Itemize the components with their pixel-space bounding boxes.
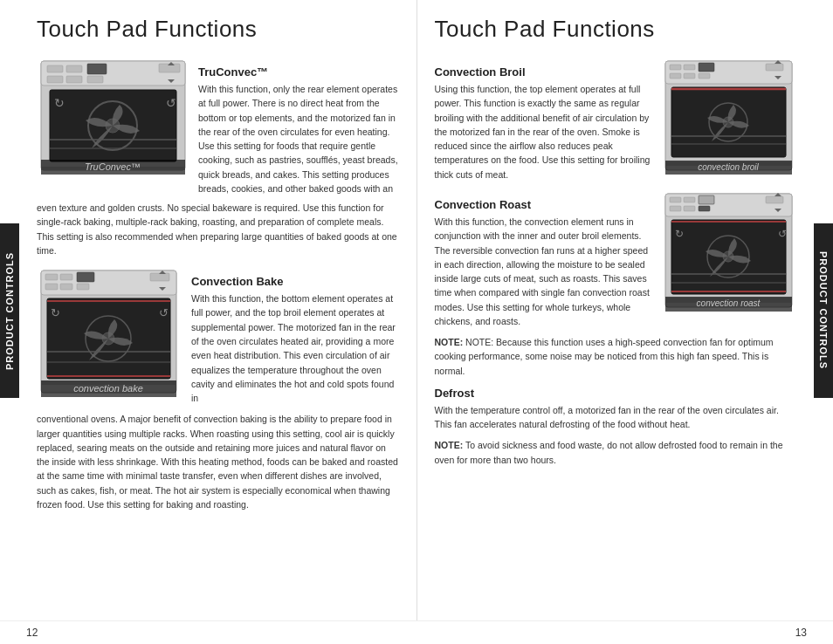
svg-rect-23: [45, 274, 58, 280]
svg-rect-52: [699, 73, 710, 79]
svg-text:↻: ↻: [51, 306, 60, 319]
left-page-header: Touch Pad Functions: [37, 16, 399, 43]
convection-broil-section: Convection Broil Using this function, th…: [435, 57, 797, 182]
convection-broil-svg: convection broil: [661, 57, 796, 179]
convection-bake-title: Convection Bake: [191, 275, 399, 288]
convection-bake-svg: ↻ ↺ convection bake: [37, 266, 181, 401]
convection-bake-body: With this function, the bottom element o…: [191, 291, 399, 405]
svg-rect-3: [66, 65, 82, 72]
defrost-title: Defrost: [435, 387, 797, 400]
svg-rect-66: [670, 197, 681, 202]
svg-text:convection bake: convection bake: [73, 383, 143, 394]
svg-text:↺: ↺: [778, 228, 787, 240]
svg-rect-28: [60, 284, 72, 290]
convection-roast-text: Convection Roast With this function, the…: [435, 189, 653, 328]
defrost-section: Defrost With the temperature control off…: [435, 387, 797, 467]
svg-rect-68: [699, 195, 714, 204]
convection-bake-oven: ↻ ↺ convection bake: [37, 266, 181, 401]
svg-rect-2: [47, 65, 63, 72]
convection-roast-note: NOTE: NOTE: Because this function uses a…: [435, 335, 797, 378]
right-page-header: Touch Pad Functions: [435, 16, 797, 43]
truconvec-body-cont: even texture and golden crusts. No speci…: [37, 201, 399, 257]
svg-rect-70: [670, 206, 681, 211]
svg-rect-7: [66, 76, 82, 83]
convection-broil-title: Convection Broil: [435, 65, 653, 79]
svg-rect-71: [684, 206, 695, 211]
svg-rect-25: [77, 272, 94, 282]
page-numbers: 12 13: [0, 620, 833, 644]
svg-rect-24: [60, 274, 72, 280]
truconvec-oven-svg: ↻ ↺ TruConvec™: [37, 57, 189, 179]
right-page-num: 13: [795, 627, 807, 639]
convection-roast-section: Convection Roast With this function, the…: [435, 189, 797, 328]
svg-rect-72: [699, 206, 710, 211]
svg-rect-51: [684, 73, 695, 79]
truconvec-body: With this function, only the rear elemen…: [198, 82, 399, 195]
svg-text:TruConvec™: TruConvec™: [85, 161, 141, 172]
svg-rect-49: [766, 64, 783, 71]
left-page-num: 12: [26, 627, 38, 639]
svg-rect-29: [77, 284, 89, 290]
svg-text:convection roast: convection roast: [697, 298, 761, 308]
defrost-note: NOTE: To avoid sickness and food waste, …: [435, 438, 797, 467]
truconvec-oven-image: ↻ ↺ TruConvec™: [37, 57, 189, 182]
svg-rect-69: [766, 196, 783, 203]
defrost-body: With the temperature control off, a moto…: [435, 403, 797, 432]
svg-rect-8: [87, 76, 103, 83]
svg-text:↻: ↻: [54, 96, 65, 110]
svg-text:↻: ↻: [675, 228, 684, 240]
svg-rect-4: [87, 64, 107, 74]
svg-rect-48: [699, 63, 714, 72]
convection-roast-oven: ↻ ↺ convection roast: [661, 189, 796, 328]
convection-roast-svg: ↻ ↺ convection roast: [661, 189, 796, 316]
convection-broil-oven: convection broil: [661, 57, 796, 182]
left-side-tab: Product Controls: [0, 223, 19, 398]
svg-rect-27: [45, 284, 58, 290]
svg-text:convection broil: convection broil: [698, 162, 759, 172]
convection-broil-text: Convection Broil Using this function, th…: [435, 57, 653, 182]
convection-bake-section: ↻ ↺ convection bake Convection Bake: [37, 266, 399, 405]
convection-bake-body-cont: conventional ovens. A major benefit of c…: [37, 412, 399, 511]
right-side-tab: Product Controls: [814, 223, 833, 398]
svg-rect-26: [150, 273, 169, 281]
svg-rect-6: [47, 76, 63, 83]
truconvec-title: TruConvec™: [198, 65, 399, 79]
svg-rect-67: [684, 197, 695, 202]
truconvec-text: TruConvec™ With this function, only the …: [198, 57, 399, 195]
svg-rect-46: [670, 65, 681, 70]
convection-broil-body: Using this function, the top element ope…: [435, 82, 653, 182]
svg-rect-47: [684, 65, 695, 70]
convection-roast-title: Convection Roast: [435, 198, 653, 211]
svg-text:↺: ↺: [166, 96, 176, 110]
convection-bake-text: Convection Bake With this function, the …: [191, 266, 399, 405]
convection-roast-body: With this function, the convection eleme…: [435, 215, 653, 328]
truconvec-section: ↻ ↺ TruConvec™ TruConvec™: [37, 57, 399, 257]
svg-text:↺: ↺: [159, 306, 169, 319]
svg-rect-50: [670, 73, 681, 79]
